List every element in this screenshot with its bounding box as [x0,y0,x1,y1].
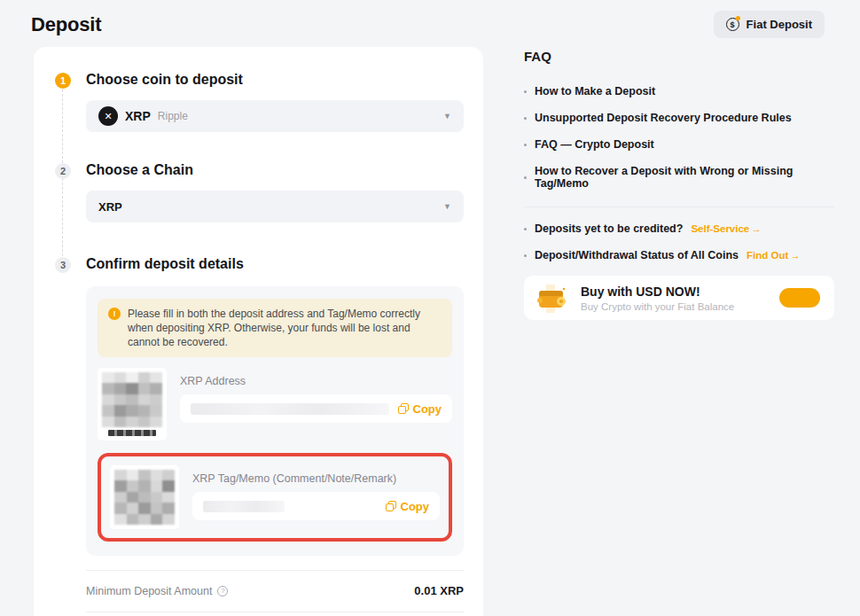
bullet-icon [524,176,527,179]
wallet-icon [535,280,570,316]
qr-blurred-image [114,470,175,525]
main-content: 1 Choose coin to deposit ✕ XRP Ripple ▼ … [0,47,860,616]
copy-tag-button[interactable]: Copy [386,500,430,513]
bullet-icon [524,144,527,146]
step-3-title: Confirm deposit details [86,256,464,272]
copy-icon [398,403,409,414]
step-1-choose-coin: 1 Choose coin to deposit ✕ XRP Ripple ▼ [55,72,464,132]
find-out-link[interactable]: Find Out → [747,250,801,261]
qr-blurred-image [102,372,162,427]
fiat-coin-icon: $ [726,18,739,31]
address-label: XRP Address [180,375,452,387]
page-title: Deposit [31,13,101,36]
arrow-right-icon: → [790,250,801,261]
faq-link-recover-tag-memo[interactable]: How to Recover a Deposit with Wrong or M… [524,165,834,190]
step-3-badge: 3 [55,257,71,273]
step-2-badge: 2 [55,163,71,179]
divider [86,570,464,571]
chevron-down-icon: ▼ [443,202,451,211]
faq-sidebar: FAQ How to Make a Deposit Unsupported De… [524,47,834,320]
step-2-title: Choose a Chain [86,162,464,178]
address-field: Copy [180,394,452,423]
deposit-details-panel: ! Please fill in both the deposit addres… [86,286,464,556]
bullet-icon [524,90,527,93]
redacted-tag-value [203,501,285,512]
fiat-deposit-label: Fiat Deposit [747,18,812,31]
coin-select[interactable]: ✕ XRP Ripple ▼ [86,100,464,132]
min-deposit-value: 0.01 XRP [414,584,464,597]
tag-memo-row: XRP Tag/Memo (Comment/Note/Remark) Copy [110,465,440,529]
bullet-icon [524,117,527,120]
redacted-address-text [108,430,155,436]
chain-select[interactable]: XRP ▼ [86,191,464,222]
faq-title: FAQ [524,49,834,64]
step-2-choose-chain: 2 Choose a Chain XRP ▼ [55,162,464,222]
min-deposit-label: Minimum Deposit Amount [86,585,212,597]
tag-qr-code [110,465,179,529]
coin-symbol: XRP [125,109,151,123]
bullet-icon [524,228,527,230]
step-1-title: Choose coin to deposit [86,72,464,88]
tag-memo-warning: ! Please fill in both the deposit addres… [98,299,452,357]
redacted-address-value [191,403,389,415]
credited-question: Deposits yet to be credited? [535,222,683,235]
arrow-right-icon: → [751,223,762,234]
chevron-down-icon: ▼ [443,112,451,121]
warning-text: Please fill in both the deposit address … [128,307,442,349]
divider [86,612,464,612]
buy-usd-banner[interactable]: Buy with USD NOW! Buy Crypto with your F… [524,276,834,320]
step-3-confirm-details: 3 Confirm deposit details ! Please fill … [55,256,464,616]
warning-icon: ! [108,308,121,320]
banner-title: Buy with USD NOW! [581,285,734,299]
chain-value: XRP [98,200,122,214]
faq-link-crypto-deposit[interactable]: FAQ — Crypto Deposit [524,138,834,151]
self-service-link[interactable]: Self-Service → [691,223,761,234]
coin-fullname: Ripple [158,110,188,122]
status-question: Deposit/Withdrawal Status of All Coins [535,249,739,261]
tag-memo-label: XRP Tag/Memo (Comment/Note/Remark) [192,472,440,485]
min-deposit-row: Minimum Deposit Amount ? 0.01 XRP [86,584,464,597]
divider [524,207,834,207]
status-action-row: Deposit/Withdrawal Status of All Coins F… [524,249,834,261]
xrp-coin-icon: ✕ [98,106,118,126]
banner-arrow-button[interactable] [779,288,820,308]
fiat-deposit-button[interactable]: $ Fiat Deposit [714,11,825,38]
step-1-badge: 1 [55,73,71,89]
tag-memo-highlight-box: XRP Tag/Memo (Comment/Note/Remark) Copy [98,453,452,542]
page-header: Deposit $ Fiat Deposit [0,0,860,43]
banner-subtitle: Buy Crypto with your Fiat Balance [581,301,734,312]
deposit-card: 1 Choose coin to deposit ✕ XRP Ripple ▼ … [34,47,483,616]
faq-link-unsupported-recovery[interactable]: Unsupported Deposit Recovery Procedure R… [524,112,834,124]
copy-icon [386,501,396,511]
copy-address-button[interactable]: Copy [398,402,442,416]
tag-memo-field: Copy [192,492,440,520]
bullet-icon [524,254,527,257]
help-icon[interactable]: ? [217,586,228,597]
address-row: XRP Address Copy [98,368,452,441]
address-qr-code [98,368,167,441]
credited-action-row: Deposits yet to be credited? Self-Servic… [524,222,834,235]
faq-link-make-deposit[interactable]: How to Make a Deposit [524,85,834,97]
